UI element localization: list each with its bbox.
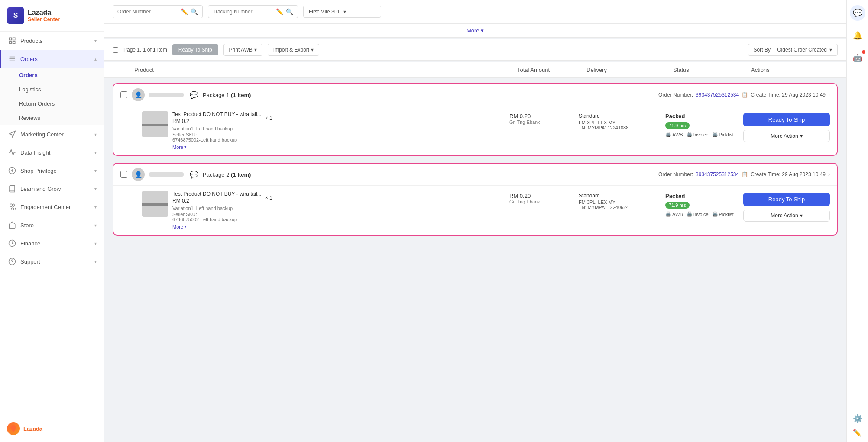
ready-to-ship-button[interactable]: Ready To Ship [172, 44, 218, 55]
chat-icon-1[interactable]: 💬 [190, 91, 198, 99]
content-area: 👤 💬 Package 1 (1 Item) Order Number: 393… [104, 78, 846, 442]
buyer-avatar-1: 👤 [132, 88, 145, 101]
edit-icon-2[interactable]: ✏️ [276, 8, 283, 15]
expand-icon-1[interactable]: › [828, 92, 830, 98]
order-number-filter: ✏️ 🔍 [113, 5, 203, 18]
sidebar-item-store[interactable]: Store ▾ [0, 216, 104, 234]
order-card-2: 👤 💬 Package 2 (1 Item) Order Number: 393… [113, 163, 838, 236]
copy-icon-1[interactable]: 📋 [742, 92, 748, 98]
sidebar-item-logistics[interactable]: Logistics [0, 82, 104, 97]
svg-rect-5 [9, 58, 15, 59]
settings-icon[interactable]: ⚙️ [853, 414, 862, 423]
doc-links-1: 🖨️ AWB 🖨️ Invoice 🖨️ Picklist [665, 132, 743, 137]
sort-select[interactable]: Sort By Oldest Order Created ▾ [748, 44, 838, 56]
chat-icon-2[interactable]: 💬 [190, 171, 198, 179]
dollar-circle-icon [8, 167, 16, 174]
product-thumb-2 [142, 191, 168, 217]
product-price-2: RM 0.2 [172, 198, 262, 204]
sidebar-label-store: Store [20, 222, 34, 229]
awb-link-1[interactable]: 🖨️ AWB [665, 132, 683, 137]
order-1-checkbox[interactable] [120, 91, 127, 98]
sidebar-item-engagement[interactable]: Engagement Center ▾ [0, 198, 104, 216]
svg-rect-6 [9, 61, 15, 61]
order-number-link-2[interactable]: 393437525312534 [696, 171, 739, 177]
ready-to-ship-btn-1[interactable]: Ready To Ship [743, 113, 830, 126]
notification-icon[interactable]: 🔔 [850, 28, 865, 43]
chevron-down-icon-store: ▾ [94, 223, 97, 228]
tracking-number-input[interactable] [213, 9, 273, 15]
product-sku-value-1: 6746875002-Left hand backup [172, 137, 272, 142]
invoice-link-2[interactable]: 🖨️ Invoice [687, 211, 709, 217]
copy-icon-2[interactable]: 📋 [742, 171, 748, 177]
order-card-1-header: 👤 💬 Package 1 (1 Item) Order Number: 393… [113, 84, 837, 106]
product-qty-1: × 1 [265, 115, 272, 121]
filter-bar: ✏️ 🔍 ✏️ 🔍 First Mile 3PL ▾ [104, 0, 846, 24]
sidebar: S Lazada Seller Center Products ▾ Orders… [0, 0, 104, 442]
search-icon[interactable]: 🔍 [191, 8, 198, 15]
search-icon-2[interactable]: 🔍 [286, 8, 293, 15]
sidebar-item-learn-grow[interactable]: Learn and Grow ▾ [0, 180, 104, 198]
col-status: Status [673, 67, 751, 73]
sidebar-item-data-insight[interactable]: Data Insight ▾ [0, 143, 104, 161]
sidebar-label-data-insight: Data Insight [20, 149, 50, 156]
sidebar-item-return-orders[interactable]: Return Orders [0, 97, 104, 111]
product-more-btn-1[interactable]: More ▾ [172, 144, 272, 150]
chevron-down-icon-support: ▾ [94, 259, 97, 264]
bot-icon[interactable]: 🤖 [850, 50, 865, 66]
notification-dot [862, 50, 865, 54]
import-export-button[interactable]: Import & Export ▾ [268, 44, 319, 56]
sidebar-label-orders: Orders [20, 56, 38, 62]
edit-panel-icon[interactable]: ✏️ [853, 429, 862, 437]
product-thumb-1 [142, 111, 168, 137]
col-total-amount: Total Amount [517, 67, 586, 73]
product-more-btn-2[interactable]: More ▾ [172, 224, 272, 229]
actions-cell-1: Ready To Ship More Action ▾ [743, 111, 830, 142]
col-product: Product [134, 67, 517, 73]
chat-panel-icon[interactable]: 💬 [850, 5, 865, 21]
delivery-detail-1: FM 3PL: LEX MY [579, 120, 665, 125]
more-filter-link[interactable]: More ▾ [104, 24, 846, 38]
timer-badge-1: 71.9 hrs [665, 122, 690, 129]
chevron-down-icon-import: ▾ [311, 47, 314, 53]
chevron-down-icon-eng: ▾ [94, 205, 97, 210]
print-awb-button[interactable]: Print AWB ▾ [223, 44, 262, 56]
invoice-link-1[interactable]: 🖨️ Invoice [687, 132, 709, 137]
ready-to-ship-btn-2[interactable]: Ready To Ship [743, 193, 830, 206]
product-price-1: RM 0.2 [172, 118, 262, 124]
col-delivery: Delivery [586, 67, 673, 73]
svg-rect-4 [9, 57, 15, 58]
sidebar-item-orders-sub[interactable]: Orders [0, 68, 104, 82]
buyer-avatar-2: 👤 [132, 168, 145, 181]
brand-name: Lazada [28, 9, 60, 16]
sidebar-item-support[interactable]: Support ▾ [0, 252, 104, 271]
edit-icon[interactable]: ✏️ [181, 8, 188, 15]
svg-rect-1 [13, 38, 15, 40]
svg-rect-3 [13, 42, 15, 44]
expand-icon-2[interactable]: › [828, 171, 830, 177]
order-number-input[interactable] [117, 9, 178, 15]
order-number-link-1[interactable]: 393437525312534 [696, 92, 739, 98]
picklist-link-2[interactable]: 🖨️ Picklist [712, 211, 734, 217]
sidebar-item-orders[interactable]: Orders ▴ [0, 50, 104, 68]
more-action-btn-1[interactable]: More Action ▾ [743, 130, 830, 142]
picklist-icon-2: 🖨️ [712, 211, 718, 217]
package-info-1: Package 1 (1 Item) [203, 92, 251, 98]
lazada-label: Lazada [23, 426, 42, 432]
sidebar-item-marketing[interactable]: Marketing Center ▾ [0, 125, 104, 143]
order-2-checkbox[interactable] [120, 171, 127, 178]
first-mile-select[interactable]: First Mile 3PL ▾ [303, 6, 381, 18]
sidebar-label-shop-privilege: Shop Privilege [20, 168, 57, 174]
svg-rect-2 [9, 42, 11, 44]
status-packed-2: Packed [665, 193, 743, 199]
awb-link-2[interactable]: 🖨️ AWB [665, 211, 683, 217]
sidebar-item-reviews[interactable]: Reviews [0, 111, 104, 125]
invoice-icon-2: 🖨️ [687, 211, 693, 217]
product-info-1: Test Product DO NOT BUY - wira tail... R… [172, 111, 272, 150]
sidebar-item-products[interactable]: Products ▾ [0, 32, 104, 50]
picklist-link-1[interactable]: 🖨️ Picklist [712, 132, 734, 137]
tracking-number-2: TN: MYMPA112240624 [579, 205, 665, 210]
select-all-checkbox[interactable] [113, 47, 118, 53]
sidebar-item-shop-privilege[interactable]: Shop Privilege ▾ [0, 161, 104, 180]
sidebar-item-finance[interactable]: Finance ▾ [0, 234, 104, 252]
more-action-btn-2[interactable]: More Action ▾ [743, 210, 830, 222]
